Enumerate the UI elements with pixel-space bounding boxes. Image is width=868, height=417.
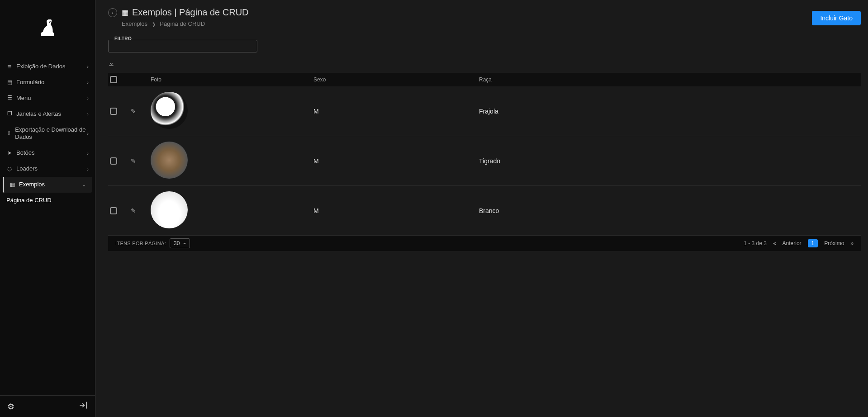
menu-icon: ☰ (6, 95, 13, 102)
sidebar-item-label: Exibição de Dados (16, 63, 65, 71)
download-button[interactable] (108, 61, 114, 68)
sidebar-item-exemplos[interactable]: ▦ Exemplos ⌄ (3, 177, 92, 193)
sidebar-nav: ≣ Exibição de Dados › ▤ Formulário › ☰ M… (0, 59, 95, 395)
column-header-foto[interactable]: Foto (151, 76, 313, 83)
select-all-checkbox[interactable] (110, 76, 117, 83)
loader-icon: ◌ (6, 166, 13, 173)
book-icon: ▦ (9, 181, 15, 189)
items-per-page-select[interactable]: 30 (170, 238, 190, 248)
page-first[interactable]: « (773, 240, 776, 246)
chevron-right-icon: › (87, 166, 89, 172)
row-checkbox[interactable] (110, 207, 117, 214)
sidebar-item-menu[interactable]: ☰ Menu › (0, 90, 95, 106)
add-cat-button[interactable]: Incluir Gato (812, 11, 861, 25)
breadcrumb-item[interactable]: Exemplos (122, 20, 147, 27)
settings-icon[interactable]: ⚙ (7, 402, 14, 412)
window-icon: ❐ (6, 110, 13, 118)
logo (0, 0, 95, 59)
chevron-right-icon: ❯ (152, 22, 156, 27)
page-title: ▦ Exemplos | Página de CRUD (122, 7, 249, 18)
filter-label: FILTRO (113, 36, 133, 41)
page-prev[interactable]: Anterior (783, 240, 802, 246)
chevron-right-icon: › (87, 150, 89, 156)
page-next[interactable]: Próximo (824, 240, 844, 246)
chevron-down-icon: ⌄ (82, 181, 86, 188)
chevron-right-icon: › (87, 130, 89, 137)
cell-raca: Frajola (479, 108, 861, 115)
edit-icon[interactable]: ✎ (131, 157, 136, 165)
form-icon: ▤ (6, 79, 13, 86)
header: ‹ ▦ Exemplos | Página de CRUD Incluir Ga… (95, 0, 868, 31)
sidebar: ≣ Exibição de Dados › ▤ Formulário › ☰ M… (0, 0, 95, 417)
cell-raca: Tigrado (479, 157, 861, 165)
pagination-bar: ITENS POR PÁGINA: 30 1 - 3 de 3 « Anteri… (108, 236, 861, 251)
table-row: ✎ M Tigrado (108, 136, 861, 186)
chevron-right-icon: › (87, 95, 89, 101)
sidebar-item-janelas[interactable]: ❐ Janelas e Alertas › (0, 106, 95, 122)
back-button[interactable]: ‹ (108, 8, 117, 17)
main: ‹ ▦ Exemplos | Página de CRUD Incluir Ga… (95, 0, 868, 417)
chevron-right-icon: › (87, 79, 89, 85)
table-row: ✎ M Frajola (108, 86, 861, 136)
download-icon (108, 61, 114, 67)
breadcrumb: Exemplos ❯ Página de CRUD (122, 20, 855, 27)
cat-logo-icon (34, 16, 61, 43)
sidebar-footer: ⚙ (0, 395, 95, 417)
pagination-range: 1 - 3 de 3 (744, 240, 767, 246)
items-per-page-label: ITENS POR PÁGINA: (115, 241, 166, 246)
page-title-text: Exemplos | Página de CRUD (132, 7, 249, 18)
row-checkbox[interactable] (110, 157, 117, 165)
database-icon: ≣ (6, 63, 13, 71)
book-icon: ▦ (122, 8, 128, 17)
sidebar-item-formulario[interactable]: ▤ Formulário › (0, 75, 95, 90)
content: FILTRO Foto Sexo Raça ✎ M Frajola (95, 31, 868, 251)
column-header-sexo[interactable]: Sexo (313, 76, 479, 83)
cell-sexo: M (313, 157, 479, 165)
sidebar-item-label: Exportação e Download de Dados (15, 126, 87, 142)
sidebar-item-label: Exemplos (19, 181, 45, 189)
avatar (151, 142, 188, 179)
sidebar-item-botoes[interactable]: ➤ Botões › (0, 145, 95, 161)
sidebar-item-label: Formulário (16, 79, 44, 86)
edit-icon[interactable]: ✎ (131, 108, 136, 115)
sidebar-item-label: Loaders (16, 165, 38, 173)
sidebar-item-exibicao[interactable]: ≣ Exibição de Dados › (0, 59, 95, 75)
sidebar-item-loaders[interactable]: ◌ Loaders › (0, 161, 95, 177)
cell-sexo: M (313, 207, 479, 214)
sidebar-item-label: Janelas e Alertas (16, 110, 61, 118)
sidebar-item-export[interactable]: ⇩ Exportação e Download de Dados › (0, 122, 95, 146)
edit-icon[interactable]: ✎ (131, 207, 136, 214)
filter-input[interactable] (108, 40, 257, 52)
export-icon: ⇩ (6, 130, 11, 137)
logout-icon[interactable] (79, 401, 88, 412)
chevron-right-icon: › (87, 63, 89, 70)
pointer-icon: ➤ (6, 150, 13, 157)
table-row: ✎ M Branco (108, 186, 861, 236)
sidebar-item-label: Menu (16, 95, 31, 102)
avatar (151, 92, 188, 129)
sidebar-subitem-crud[interactable]: Página de CRUD (0, 193, 95, 208)
table-header: Foto Sexo Raça (108, 73, 861, 86)
breadcrumb-item[interactable]: Página de CRUD (160, 20, 205, 27)
page-last[interactable]: » (850, 240, 854, 246)
sidebar-item-label: Botões (16, 149, 34, 157)
filter-field: FILTRO (108, 40, 257, 52)
cell-sexo: M (313, 108, 479, 115)
table: Foto Sexo Raça ✎ M Frajola ✎ M Tigrado ✎ (108, 73, 861, 236)
row-checkbox[interactable] (110, 108, 117, 115)
column-header-raca[interactable]: Raça (479, 76, 861, 83)
avatar (151, 191, 188, 228)
cell-raca: Branco (479, 207, 861, 214)
chevron-right-icon: › (87, 111, 89, 117)
page-number[interactable]: 1 (808, 239, 818, 247)
